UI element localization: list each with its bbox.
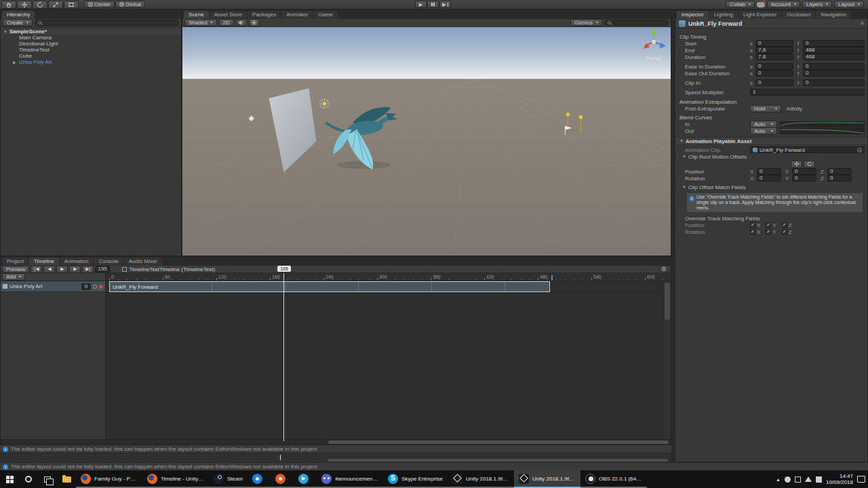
start-frames-field[interactable]: 0: [803, 40, 865, 47]
move-offset-button[interactable]: [791, 161, 802, 168]
start-button[interactable]: [0, 470, 19, 488]
rotation-z-field[interactable]: 0: [827, 175, 852, 182]
clip-offset-match-fields-foldout[interactable]: ▼ Clip Offset Match Fields: [675, 184, 867, 190]
clip-in-seconds-field[interactable]: 0: [755, 79, 793, 86]
2d-toggle-button[interactable]: 2D: [219, 19, 234, 26]
ease-out-seconds-field[interactable]: 0: [755, 70, 793, 77]
account-dropdown[interactable]: Account: [767, 1, 800, 8]
persp-label[interactable]: Persp: [646, 55, 661, 62]
tab-lighting[interactable]: Lighting: [709, 11, 738, 19]
space-toggle-button[interactable]: Global: [115, 1, 145, 8]
match-rotation-x-checkbox[interactable]: [750, 229, 755, 235]
duration-frames-field[interactable]: 468: [803, 54, 865, 60]
playhead-frame-bubble[interactable]: 195: [277, 266, 291, 272]
match-position-y-checkbox[interactable]: [766, 222, 771, 228]
timeline-end-marker[interactable]: [551, 275, 553, 281]
timeline-asset-breadcrumb[interactable]: TimelineTestTimeline (TimelineTest): [122, 266, 215, 272]
animation-track-header[interactable]: Unka Poly Art 0: [1, 281, 105, 292]
hierarchy-item[interactable]: ▶ Unka Poly Art: [1, 59, 181, 65]
rect-tool-button[interactable]: [64, 1, 79, 9]
match-rotation-y-checkbox[interactable]: [766, 229, 771, 235]
rotation-x-field[interactable]: 0: [757, 175, 781, 182]
timeline-vertical-scrollbar[interactable]: [663, 281, 671, 439]
blend-in-curve[interactable]: [780, 121, 865, 127]
taskbar-app[interactable]: [248, 470, 271, 488]
post-extrapolate-dropdown[interactable]: Hold: [750, 105, 781, 113]
tab-scene[interactable]: Scene: [184, 11, 209, 19]
tab-game[interactable]: Game: [313, 11, 338, 19]
blend-in-dropdown[interactable]: Auto: [750, 121, 777, 128]
rotate-offset-button[interactable]: [804, 161, 815, 168]
track-lane[interactable]: UnkR_Fly Forward: [106, 281, 663, 439]
tray-app-icon[interactable]: [795, 476, 801, 483]
rotate-tool-button[interactable]: [33, 1, 47, 9]
hierarchy-item[interactable]: Cube: [1, 53, 181, 59]
hierarchy-item[interactable]: ▼ SampleScene*: [1, 28, 181, 35]
timeline-play-button[interactable]: ▶: [56, 266, 68, 273]
scene-search-input[interactable]: [604, 20, 669, 26]
cloud-services-icon[interactable]: [757, 2, 765, 7]
tab-animator[interactable]: Animator: [281, 11, 313, 19]
volume-icon[interactable]: [805, 476, 812, 482]
tab-hierarchy[interactable]: Hierarchy: [2, 11, 35, 19]
taskbar-app[interactable]: Timeline - Unity For...: [142, 470, 209, 488]
pause-button[interactable]: [427, 1, 439, 8]
collab-dropdown[interactable]: Collab: [726, 1, 755, 8]
layout-dropdown[interactable]: Layout: [834, 1, 864, 8]
search-button[interactable]: [19, 470, 38, 488]
tab-asset-store[interactable]: Asset Store: [210, 11, 247, 19]
previous-frame-button[interactable]: ◀: [43, 266, 55, 273]
tab-inspector[interactable]: Inspector: [677, 11, 709, 19]
position-x-field[interactable]: 0: [757, 168, 781, 175]
animation-clip-field[interactable]: UnkR_Fly Forward: [750, 146, 865, 153]
ease-in-frames-field[interactable]: 0: [803, 63, 865, 70]
tray-app-icon[interactable]: [785, 476, 791, 483]
tab-timeline[interactable]: Timeline: [29, 258, 59, 266]
next-frame-button[interactable]: ▶: [69, 266, 81, 273]
track-record-icon[interactable]: [99, 285, 103, 289]
start-seconds-field[interactable]: 0: [755, 40, 793, 47]
gizmos-dropdown[interactable]: Gizmos: [570, 19, 602, 26]
taskbar-app[interactable]: Unity 2018.1.9f2 (64...: [448, 470, 514, 488]
pivot-toggle-button[interactable]: Center: [84, 1, 115, 8]
clip-in-frames-field[interactable]: 0: [803, 79, 865, 86]
tab-navigation[interactable]: Navigation: [816, 11, 851, 19]
task-view-button[interactable]: [38, 470, 57, 488]
ease-in-seconds-field[interactable]: 0: [755, 63, 793, 70]
clock[interactable]: 14:47 10/09/2018: [826, 473, 853, 485]
animation-playable-asset-header[interactable]: ▼ Animation Playable Asset: [675, 137, 867, 145]
scrollbar-thumb[interactable]: [665, 283, 670, 320]
animation-clip-block[interactable]: UnkR_Fly Forward: [109, 281, 550, 292]
hidden-icons-chevron-icon[interactable]: ▲: [776, 477, 781, 482]
position-z-field[interactable]: 0: [827, 168, 852, 175]
clip-root-motion-offsets-foldout[interactable]: ▼ Clip Root Motion Offsets: [675, 153, 867, 160]
tab-console[interactable]: Console: [94, 258, 123, 266]
position-y-field[interactable]: 0: [792, 168, 816, 175]
track-value-field[interactable]: 0: [81, 283, 91, 290]
layers-dropdown[interactable]: Layers: [802, 1, 832, 8]
tab-light-explorer[interactable]: Light Explorer: [738, 11, 781, 19]
scrollbar-thumb[interactable]: [328, 441, 669, 444]
tab-occlusion[interactable]: Occlusion: [782, 11, 815, 19]
taskbar-app[interactable]: [294, 470, 317, 488]
timeline-horizontal-scrollbar[interactable]: [1, 439, 671, 444]
hand-tool-button[interactable]: [1, 1, 16, 9]
taskbar-app[interactable]: [271, 470, 294, 488]
taskbar-app[interactable]: Unity 2018.1.9f2 (64...: [514, 470, 580, 488]
tab-audio-mixer[interactable]: Audio Mixer: [124, 258, 162, 266]
preview-toggle-button[interactable]: Preview: [2, 266, 29, 273]
taskbar-app[interactable]: Skype Entreprise: [383, 470, 448, 488]
object-picker-icon[interactable]: [857, 148, 862, 152]
duration-seconds-field[interactable]: 7.8: [755, 54, 793, 60]
scene-effects-toggle-icon[interactable]: [249, 19, 260, 26]
end-frames-field[interactable]: 468: [803, 47, 865, 54]
taskbar-app[interactable]: #announcements - ...: [317, 470, 383, 488]
tab-project[interactable]: Project: [2, 258, 28, 266]
ease-out-frames-field[interactable]: 0: [803, 70, 865, 77]
scale-tool-button[interactable]: [48, 1, 63, 9]
tab-animation[interactable]: Animation: [60, 258, 94, 266]
context-menu-icon[interactable]: ≡: [861, 20, 864, 26]
end-seconds-field[interactable]: 7.8: [755, 47, 793, 54]
network-icon[interactable]: [816, 476, 822, 483]
scene-viewport[interactable]: Persp: [182, 27, 671, 256]
